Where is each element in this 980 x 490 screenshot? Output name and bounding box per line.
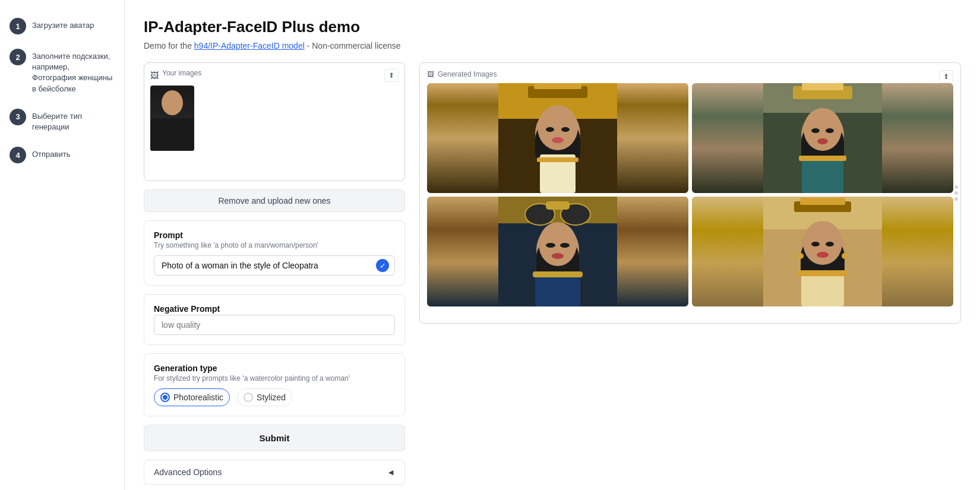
svg-rect-48 [798,270,848,276]
page-title: IP-Adapter-FaceID Plus demo [144,18,961,36]
step-3-label: Выберите тип генерации [32,109,115,132]
svg-point-45 [826,242,834,246]
remove-upload-button[interactable]: Remove and upload new ones [144,189,405,212]
svg-point-46 [817,252,829,258]
step-1-circle: 1 [10,18,26,34]
generated-image-4[interactable] [692,197,953,306]
step-1: 1 Загрузите аватар [10,18,115,34]
svg-point-19 [811,128,820,133]
step-1-label: Загрузите аватар [32,18,94,31]
svg-point-9 [552,137,564,143]
svg-point-44 [811,242,820,246]
scroll-indicator [954,185,958,201]
step-2-circle: 2 [10,49,26,65]
svg-point-49 [798,253,804,259]
generation-type-radio-group: Photorealistic Stylized [154,388,395,406]
advanced-arrow-icon: ◄ [387,467,395,477]
image-upload-area[interactable]: 🖼 Your images ⬆ [144,62,405,181]
svg-rect-28 [546,201,570,210]
svg-rect-40 [800,198,845,205]
svg-rect-36 [533,271,583,277]
svg-point-20 [826,128,834,133]
generated-images-panel: 🖼 Generated Images ⬆ [419,62,961,324]
advanced-options-label: Advanced Options [154,467,222,477]
svg-rect-11 [537,157,578,162]
image-gallery-icon: 🖼 [427,70,434,78]
image-icon: 🖼 [150,71,159,80]
main-content: IP-Adapter-FaceID Plus demo Demo for the… [125,0,980,490]
svg-point-8 [561,127,570,132]
prompt-sublabel: Try something like 'a photo of a man/wom… [154,241,395,249]
step-3-circle: 3 [10,109,26,125]
prompt-section: Prompt Try something like 'a photo of a … [144,220,405,286]
radio-photorealistic[interactable]: Photorealistic [154,388,230,406]
generated-image-1[interactable] [427,83,688,193]
negative-prompt-input[interactable] [154,315,395,335]
svg-rect-15 [802,83,843,90]
svg-rect-25 [498,197,617,223]
step-3: 3 Выберите тип генерации [10,109,115,132]
prompt-input[interactable] [154,255,395,276]
uploaded-image-thumb [150,86,194,151]
generation-type-section: Generation type For stylized try prompts… [144,353,405,416]
radio-dot-stylized [244,393,253,402]
generated-image-3[interactable] [427,197,688,306]
advanced-options-toggle[interactable]: Advanced Options ◄ [144,460,405,485]
left-panel: 🖼 Your images ⬆ Remove and upload new on… [144,62,405,490]
svg-rect-22 [802,156,843,193]
svg-point-50 [842,253,848,259]
generated-images-label: 🖼 Generated Images [427,70,953,78]
svg-point-31 [539,222,577,266]
model-link[interactable]: h94/IP-Adapter-FaceID model [194,41,305,50]
step-4: 4 Отправить [10,147,115,163]
step-4-label: Отправить [32,147,70,160]
svg-point-21 [817,138,828,144]
radio-stylized[interactable]: Stylized [237,388,292,406]
prompt-check-icon: ✓ [376,259,389,272]
svg-point-18 [804,108,842,151]
svg-point-33 [560,243,570,248]
generated-share-button[interactable]: ⬆ [939,70,953,83]
svg-point-6 [538,105,578,150]
prompt-label: Prompt [154,230,395,240]
step-2: 2 Заполните подсказки, например, Фотогра… [10,49,115,94]
negative-prompt-label: Negative Prompt [154,304,395,314]
svg-point-34 [552,253,564,259]
radio-dot-photorealistic [160,393,170,402]
submit-button[interactable]: Submit [144,425,405,451]
generated-image-grid [427,83,953,306]
sidebar: 1 Загрузите аватар 2 Заполните подсказки… [0,0,125,490]
upload-share-button[interactable]: ⬆ [384,69,399,82]
generation-type-label: Generation type [154,363,395,373]
step-2-label: Заполните подсказки, например, Фотографи… [32,49,115,94]
page-description: Demo for the h94/IP-Adapter-FaceID model… [144,41,961,50]
negative-prompt-section: Negative Prompt [144,294,405,345]
svg-point-43 [803,221,842,265]
generated-image-2[interactable] [692,83,953,193]
svg-rect-23 [799,156,846,161]
svg-rect-3 [534,83,581,89]
svg-point-7 [546,127,554,132]
generation-type-sublabel: For stylized try prompts like 'a waterco… [154,374,395,382]
svg-point-32 [546,243,555,248]
step-4-circle: 4 [10,147,26,163]
upload-label: Your images [162,69,201,77]
